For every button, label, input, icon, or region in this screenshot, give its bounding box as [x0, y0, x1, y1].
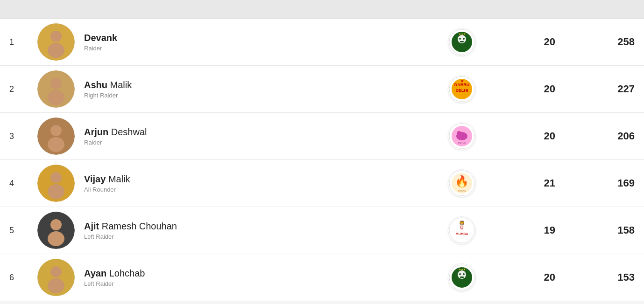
player-name: Arjun Deshwal — [84, 126, 147, 138]
svg-point-48 — [463, 273, 465, 275]
team-logo: DABBU DELHI ★ — [448, 75, 476, 103]
table-row: 1 Devank Raider — [0, 19, 644, 66]
team-logo-cell: 🔥 TITANS — [434, 169, 490, 197]
team-logo-cell: U MUMBA 🦁 — [434, 216, 490, 244]
svg-point-2 — [48, 43, 64, 58]
matches-played: 20 — [490, 130, 565, 142]
table-row: 3 Arjun Deshwal Raider JAIP — [0, 113, 644, 160]
svg-text:U: U — [460, 225, 463, 230]
rank-number: 5 — [9, 226, 37, 235]
raid-points: 258 — [565, 36, 635, 48]
player-first-name: Arjun — [84, 127, 108, 137]
svg-point-12 — [48, 90, 64, 105]
player-first-name: Devank — [84, 33, 117, 43]
table-row: 2 Ashu Malik Right Raider DABBU DELHI — [0, 66, 644, 113]
player-name: Ajit Ramesh Chouhan — [84, 221, 177, 232]
svg-rect-8 — [460, 41, 464, 42]
player-text: Arjun Deshwal Raider — [84, 126, 147, 146]
matches-played: 20 — [490, 271, 565, 283]
player-role: Right Raider — [84, 92, 132, 99]
player-text: Vijay Malik All Rounder — [84, 173, 130, 193]
player-text: Ashu Malik Right Raider — [84, 79, 132, 99]
svg-point-7 — [463, 38, 465, 40]
matches-played: 21 — [490, 177, 565, 189]
team-logo-cell: ★★★ — [434, 28, 490, 56]
player-info: Ayan Lohchab Left Raider — [37, 259, 434, 296]
rank-number: 1 — [9, 37, 37, 47]
svg-point-35 — [48, 231, 64, 246]
svg-rect-49 — [460, 276, 464, 278]
svg-point-19 — [50, 125, 62, 136]
svg-text:🔥: 🔥 — [455, 174, 469, 188]
svg-point-28 — [48, 184, 64, 199]
svg-point-47 — [459, 273, 461, 275]
player-role: Left Raider — [84, 280, 145, 287]
table-row: 5 Ajit Ramesh Chouhan Left Raider U — [0, 207, 644, 254]
player-avatar — [37, 23, 75, 61]
player-first-name: Ajit — [84, 221, 99, 231]
table-row: 6 Ayan Lohchab Left Raider — [0, 254, 644, 301]
player-role: Left Raider — [84, 233, 177, 240]
svg-point-42 — [50, 266, 62, 277]
svg-point-11 — [50, 78, 62, 89]
team-logo: ★★★ — [448, 263, 476, 291]
player-info: Ashu Malik Right Raider — [37, 70, 434, 108]
svg-text:DELHI: DELHI — [456, 88, 468, 93]
raid-points: 206 — [565, 130, 635, 142]
rank-number: 4 — [9, 179, 37, 188]
matches-played: 20 — [490, 36, 565, 48]
svg-text:MUMBA: MUMBA — [456, 232, 468, 235]
team-logo-cell: ★★★ — [434, 263, 490, 291]
svg-point-6 — [459, 38, 461, 40]
raid-points: 227 — [565, 83, 635, 95]
player-first-name: Ashu — [84, 80, 107, 90]
table-header — [0, 0, 644, 19]
rank-number: 6 — [9, 273, 37, 283]
player-name: Devank — [84, 32, 117, 43]
player-role: Raider — [84, 45, 117, 52]
raid-points: 158 — [565, 224, 635, 236]
svg-point-1 — [50, 31, 62, 42]
svg-text:DABBU: DABBU — [454, 83, 470, 87]
player-avatar — [37, 212, 75, 249]
svg-text:★★★: ★★★ — [459, 268, 466, 271]
player-role: Raider — [84, 139, 147, 146]
player-name: Vijay Malik — [84, 173, 130, 185]
player-text: Ajit Ramesh Chouhan Left Raider — [84, 221, 177, 240]
player-info: Vijay Malik All Rounder — [37, 165, 434, 202]
svg-text:★★★: ★★★ — [459, 33, 466, 35]
player-first-name: Vijay — [84, 174, 106, 184]
svg-point-27 — [50, 172, 62, 183]
svg-point-20 — [48, 137, 64, 152]
player-text: Ayan Lohchab Left Raider — [84, 268, 145, 287]
svg-text:★: ★ — [460, 79, 464, 83]
player-name: Ashu Malik — [84, 79, 132, 90]
team-logo: 🔥 TITANS — [448, 169, 476, 197]
table-body: 1 Devank Raider — [0, 19, 644, 301]
player-info: Ajit Ramesh Chouhan Left Raider — [37, 212, 434, 249]
svg-text:JAIPUR: JAIPUR — [458, 141, 466, 144]
svg-point-34 — [50, 219, 62, 230]
player-role: All Rounder — [84, 186, 130, 193]
player-avatar — [37, 70, 75, 108]
player-avatar — [37, 117, 75, 155]
leaderboard-table: 1 Devank Raider — [0, 0, 644, 301]
team-logo-cell: JAIPUR — [434, 122, 490, 150]
matches-played: 19 — [490, 224, 565, 236]
svg-point-43 — [48, 278, 64, 293]
raid-points: 169 — [565, 177, 635, 189]
team-logo: JAIPUR — [448, 122, 476, 150]
player-name: Ayan Lohchab — [84, 268, 145, 279]
player-avatar — [37, 165, 75, 202]
player-avatar — [37, 259, 75, 296]
rank-number: 3 — [9, 131, 37, 141]
svg-text:🦁: 🦁 — [459, 220, 465, 226]
team-logo: ★★★ — [448, 28, 476, 56]
player-first-name: Ayan — [84, 268, 106, 278]
player-info: Devank Raider — [37, 23, 434, 61]
player-info: Arjun Deshwal Raider — [37, 117, 434, 155]
team-logo-cell: DABBU DELHI ★ — [434, 75, 490, 103]
svg-text:TITANS: TITANS — [458, 189, 466, 192]
player-text: Devank Raider — [84, 32, 117, 52]
table-row: 4 Vijay Malik All Rounder 🔥 TITANS — [0, 160, 644, 207]
